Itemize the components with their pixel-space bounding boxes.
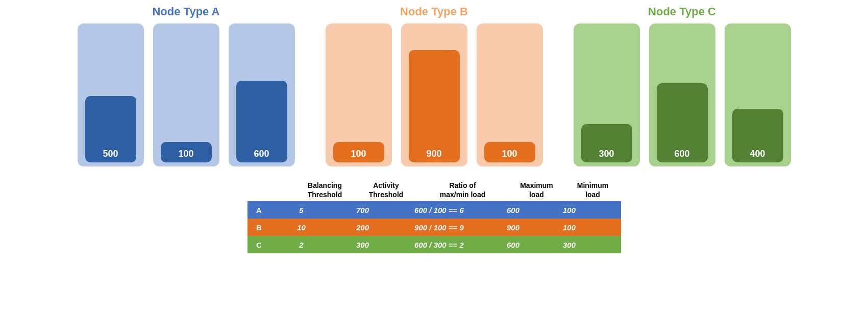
bar-inner-a-0: 500 <box>85 96 136 162</box>
bar-c-1: 600 <box>649 23 715 166</box>
cell-c-5: 300 <box>541 236 598 253</box>
bar-label-a-0: 500 <box>103 149 118 158</box>
table-body: A5700600 / 100 == 6600100B10200900 / 100… <box>247 201 621 253</box>
bar-outer-c-1: 600 <box>649 23 715 166</box>
header-balancing: BalancingThreshold <box>294 181 356 199</box>
node-group-b: Node Type B100900100 <box>326 5 543 166</box>
bar-inner-b-2: 100 <box>484 142 535 162</box>
table-headers: BalancingThreshold ActivityThreshold Rat… <box>271 181 621 199</box>
table-section: BalancingThreshold ActivityThreshold Rat… <box>0 181 868 253</box>
cell-a-4: 600 <box>485 201 541 219</box>
bar-label-b-1: 900 <box>426 149 441 158</box>
node-group-a: Node Type A500100600 <box>78 5 295 166</box>
bar-inner-a-1: 100 <box>161 142 212 162</box>
bar-outer-a-0: 500 <box>78 23 144 166</box>
chart-section: Node Type A500100600Node Type B100900100… <box>0 5 868 166</box>
bar-label-a-1: 100 <box>178 149 193 158</box>
bar-c-2: 400 <box>725 23 791 166</box>
header-activity: ActivityThreshold <box>356 181 417 199</box>
bar-b-0: 100 <box>326 23 392 166</box>
cell-c-3: 600 / 300 == 2 <box>393 236 485 253</box>
node-group-c: Node Type C300600400 <box>574 5 791 166</box>
bar-outer-a-1: 100 <box>153 23 219 166</box>
header-letter <box>271 181 294 199</box>
cell-b-2: 200 <box>332 219 393 236</box>
cell-c-0: C <box>247 236 271 253</box>
cell-a-1: 5 <box>271 201 332 219</box>
node-type-title-c: Node Type C <box>648 5 716 18</box>
bar-inner-c-2: 400 <box>732 109 783 162</box>
bar-outer-b-0: 100 <box>326 23 392 166</box>
table-row-b: B10200900 / 100 == 9900100 <box>247 219 621 236</box>
cell-a-5: 100 <box>541 201 598 219</box>
bar-b-1: 900 <box>401 23 467 166</box>
cell-c-4: 600 <box>485 236 541 253</box>
cell-b-5: 100 <box>541 219 598 236</box>
bar-a-1: 100 <box>153 23 219 166</box>
cell-a-0: A <box>247 201 271 219</box>
header-minload: Minimumload <box>565 181 621 199</box>
header-ratio: Ratio ofmax/min load <box>417 181 509 199</box>
table-row-a: A5700600 / 100 == 6600100 <box>247 201 621 219</box>
bar-label-b-0: 100 <box>351 149 366 158</box>
bar-c-0: 300 <box>574 23 640 166</box>
bar-outer-c-0: 300 <box>574 23 640 166</box>
node-type-title-b: Node Type B <box>400 5 468 18</box>
bar-outer-c-2: 400 <box>725 23 791 166</box>
bar-outer-a-2: 600 <box>229 23 295 166</box>
bar-label-c-0: 300 <box>599 149 614 158</box>
bar-a-0: 500 <box>78 23 144 166</box>
main-container: Node Type A500100600Node Type B100900100… <box>0 0 868 310</box>
bar-outer-b-1: 900 <box>401 23 467 166</box>
bars-row-b: 100900100 <box>326 23 543 166</box>
node-type-title-a: Node Type A <box>152 5 219 18</box>
cell-b-3: 900 / 100 == 9 <box>393 219 485 236</box>
cell-b-4: 900 <box>485 219 541 236</box>
bars-row-a: 500100600 <box>78 23 295 166</box>
table-row-c: C2300600 / 300 == 2600300 <box>247 236 621 253</box>
cell-c-2: 300 <box>332 236 393 253</box>
cell-c-1: 2 <box>271 236 332 253</box>
table-container: BalancingThreshold ActivityThreshold Rat… <box>247 181 621 253</box>
bar-outer-b-2: 100 <box>477 23 543 166</box>
bar-inner-b-1: 900 <box>409 50 460 162</box>
node-groups: Node Type A500100600Node Type B100900100… <box>0 5 868 166</box>
cell-a-2: 700 <box>332 201 393 219</box>
cell-b-1: 10 <box>271 219 332 236</box>
bar-label-c-1: 600 <box>674 149 689 158</box>
bar-label-b-2: 100 <box>502 149 517 158</box>
header-maxload: Maximumload <box>509 181 565 199</box>
bar-a-2: 600 <box>229 23 295 166</box>
bar-inner-c-1: 600 <box>657 83 708 162</box>
cell-b-0: B <box>247 219 271 236</box>
bar-inner-a-2: 600 <box>236 81 287 162</box>
bars-row-c: 300600400 <box>574 23 791 166</box>
cell-a-3: 600 / 100 == 6 <box>393 201 485 219</box>
bar-label-c-2: 400 <box>750 149 765 158</box>
bar-inner-c-0: 300 <box>581 124 632 162</box>
bar-inner-b-0: 100 <box>333 142 384 162</box>
bar-b-2: 100 <box>477 23 543 166</box>
bar-label-a-2: 600 <box>254 149 269 158</box>
